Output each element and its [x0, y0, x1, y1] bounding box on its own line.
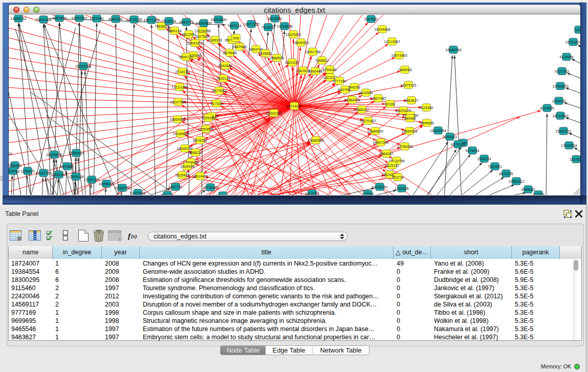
svg-text:3624554: 3624554	[359, 91, 373, 95]
svg-text:1571648: 1571648	[215, 194, 230, 195]
svg-text:62160: 62160	[385, 102, 395, 106]
svg-text:17359924: 17359924	[68, 151, 84, 156]
svg-text:6875123: 6875123	[451, 143, 465, 147]
svg-text:1235359: 1235359	[201, 116, 215, 120]
svg-text:7515524: 7515524	[162, 19, 176, 24]
svg-text:19654923: 19654923	[401, 129, 418, 134]
svg-text:16154808: 16154808	[374, 28, 390, 32]
svg-text:252214: 252214	[391, 176, 404, 180]
svg-text:6794028: 6794028	[322, 68, 337, 72]
svg-text:746266: 746266	[348, 85, 360, 90]
svg-text:1112: 1112	[575, 28, 580, 32]
svg-text:10688609: 10688609	[367, 129, 383, 134]
svg-text:16654966: 16654966	[169, 118, 186, 122]
svg-text:10958107: 10958107	[98, 182, 115, 186]
svg-text:12923446: 12923446	[129, 191, 146, 195]
svg-text:16671355: 16671355	[143, 18, 160, 23]
svg-text:10973493: 10973493	[391, 54, 407, 58]
svg-text:16046766: 16046766	[177, 147, 193, 151]
svg-text:2718170: 2718170	[175, 70, 189, 74]
svg-text:10653267: 10653267	[71, 16, 88, 20]
svg-text:9412502: 9412502	[305, 192, 319, 195]
svg-text:9327505: 9327505	[195, 35, 209, 39]
svg-text:1244419: 1244419	[552, 99, 566, 103]
svg-text:16914479: 16914479	[192, 174, 208, 179]
svg-text:7386322: 7386322	[355, 108, 369, 112]
svg-text:9227343: 9227343	[555, 70, 569, 74]
svg-text:7857224: 7857224	[227, 24, 242, 28]
svg-text:8912954: 8912954	[182, 33, 196, 37]
svg-text:18907249: 18907249	[373, 141, 389, 145]
svg-text:1733426: 1733426	[395, 187, 409, 191]
svg-text:19166829: 19166829	[172, 132, 189, 136]
svg-text:10807487: 10807487	[370, 97, 386, 101]
svg-text:2087682: 2087682	[364, 17, 378, 21]
svg-text:16671355: 16671355	[243, 23, 259, 27]
svg-text:5938923: 5938923	[443, 135, 457, 139]
svg-text:9890123: 9890123	[179, 55, 193, 59]
svg-text:8813054: 8813054	[268, 17, 282, 21]
svg-text:7625402: 7625402	[175, 173, 189, 178]
svg-text:6966160: 6966160	[108, 17, 123, 21]
svg-text:9463627: 9463627	[404, 99, 419, 103]
svg-text:8678352: 8678352	[193, 139, 207, 143]
svg-text:12975115: 12975115	[400, 83, 416, 87]
svg-text:11451947: 11451947	[51, 173, 67, 177]
svg-text:14136141: 14136141	[372, 185, 388, 189]
svg-text:17016504: 17016504	[561, 144, 577, 148]
svg-text:12093873: 12093873	[552, 84, 569, 89]
svg-text:15692971: 15692971	[555, 129, 572, 134]
svg-text:10719135: 10719135	[126, 18, 142, 22]
svg-text:20206536: 20206536	[46, 153, 62, 157]
svg-text:1167533: 1167533	[569, 158, 580, 162]
svg-text:9884067: 9884067	[379, 152, 394, 156]
svg-text:1615132: 1615132	[385, 164, 399, 168]
svg-text:9146821: 9146821	[258, 52, 273, 56]
svg-text:15300263: 15300263	[266, 112, 282, 116]
svg-text:10756928: 10756928	[397, 145, 413, 149]
svg-text:11325419: 11325419	[285, 33, 301, 37]
svg-text:12213967: 12213967	[384, 40, 400, 44]
svg-text:16648784: 16648784	[445, 48, 462, 52]
svg-text:924565: 924565	[532, 193, 545, 195]
svg-text:20691406: 20691406	[35, 18, 52, 22]
svg-text:5698222: 5698222	[188, 151, 203, 155]
svg-text:12505135: 12505135	[68, 175, 84, 179]
svg-text:15716485: 15716485	[202, 186, 219, 190]
svg-text:17957255: 17957255	[83, 178, 100, 182]
svg-text:9777169: 9777169	[332, 79, 346, 83]
svg-text:7485063: 7485063	[398, 68, 412, 72]
svg-text:8471676: 8471676	[499, 172, 513, 176]
svg-text:18724007: 18724007	[286, 104, 302, 108]
svg-text:8990448: 8990448	[308, 70, 322, 74]
svg-text:14055712: 14055712	[10, 17, 27, 21]
svg-text:917006: 917006	[210, 102, 223, 106]
svg-text:9899695: 9899695	[420, 121, 434, 125]
svg-text:9860124: 9860124	[167, 29, 182, 33]
svg-text:15720407: 15720407	[360, 119, 376, 123]
svg-text:19384554: 19384554	[308, 139, 324, 143]
svg-text:2803144: 2803144	[216, 77, 230, 81]
svg-text:8427552: 8427552	[212, 89, 226, 93]
svg-text:16210643: 16210643	[552, 114, 569, 118]
svg-text:20053346: 20053346	[75, 64, 92, 69]
svg-text:9975867: 9975867	[60, 165, 74, 169]
svg-text:9242848: 9242848	[218, 64, 232, 68]
svg-text:16543392: 16543392	[187, 41, 203, 46]
svg-text:16053809: 16053809	[195, 21, 212, 26]
svg-text:7663822: 7663822	[155, 25, 169, 29]
svg-text:989969: 989969	[404, 117, 416, 121]
svg-text:8454749: 8454749	[249, 48, 263, 52]
svg-text:9115460: 9115460	[419, 106, 433, 110]
svg-text:16409954: 16409954	[430, 129, 446, 133]
svg-text:12942757: 12942757	[35, 171, 52, 176]
svg-text:1527602: 1527602	[90, 17, 104, 21]
svg-text:1588520: 1588520	[270, 56, 284, 60]
svg-text:(x): (x)	[131, 233, 137, 239]
svg-text:2867608: 2867608	[232, 45, 247, 49]
svg-text:19218506: 19218506	[276, 25, 293, 29]
svg-text:5322037: 5322037	[285, 61, 299, 65]
svg-text:9474444: 9474444	[465, 149, 480, 153]
svg-text:945779: 945779	[161, 193, 173, 195]
svg-text:3915919: 3915919	[9, 169, 20, 173]
